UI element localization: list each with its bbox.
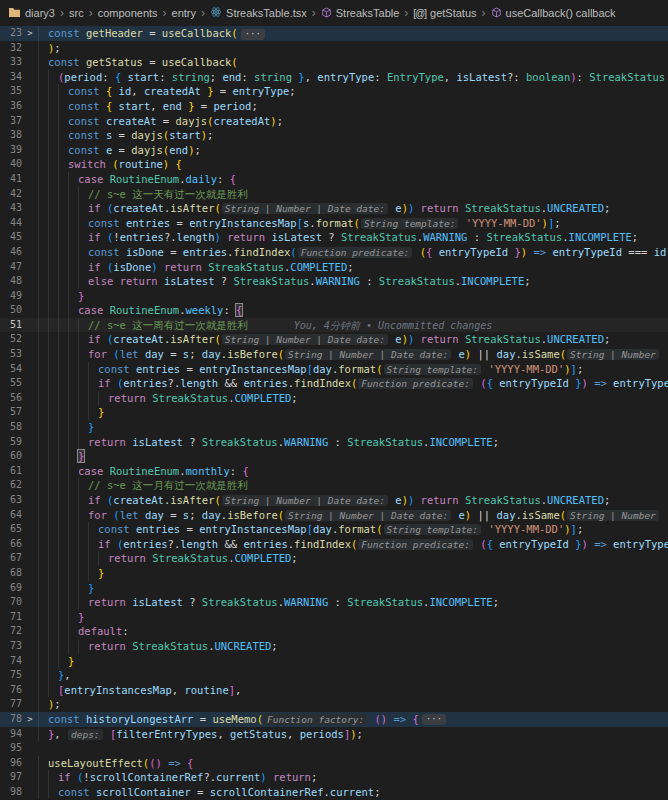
code-line-content[interactable]: // s~e 这一周有过一次就是胜利You, 4分钟前 • Uncommitte… (38, 318, 668, 333)
code-line[interactable]: 52if (createAt.isAfter(String | Number |… (0, 332, 668, 347)
folded-code-ellipsis[interactable]: ··· (422, 714, 446, 725)
breadcrumb-item-streakstable[interactable]: StreaksTable (321, 7, 400, 20)
line-number[interactable]: 66 (0, 537, 22, 552)
code-line[interactable]: 44const entries = entryInstancesMap[s.fo… (0, 216, 668, 231)
code-line-content[interactable] (38, 741, 668, 756)
line-number[interactable]: 70 (0, 595, 22, 610)
code-line[interactable]: 58} (0, 420, 668, 435)
code-line-content[interactable]: useLayoutEffect(() => { (38, 756, 668, 771)
code-line-content[interactable]: switch (routine) { (38, 157, 668, 172)
code-line-content[interactable]: const getHeader = useCallback(··· (38, 26, 668, 41)
code-line-content[interactable]: return StreakStatus.UNCREATED; (38, 639, 668, 654)
code-line[interactable]: 68} (0, 566, 668, 581)
line-number[interactable]: 59 (0, 435, 22, 450)
code-line[interactable]: 37const createAt = dayjs(createdAt); (0, 114, 668, 129)
code-line-content[interactable]: for (let day = s; day.isBefore(String | … (38, 347, 668, 362)
code-line[interactable]: 53for (let day = s; day.isBefore(String … (0, 347, 668, 362)
code-line-content[interactable]: default: (38, 624, 668, 639)
code-line-content[interactable]: if (createAt.isAfter(String | Number | D… (38, 201, 668, 216)
code-line[interactable]: 35const { id, createdAt } = entryType; (0, 84, 668, 99)
line-number[interactable]: 39 (0, 143, 22, 158)
line-number[interactable]: 40 (0, 157, 22, 172)
line-number[interactable]: 60 (0, 449, 22, 464)
code-line-content[interactable]: [entryInstancesMap, routine], (38, 683, 668, 698)
line-number[interactable]: 67 (0, 551, 22, 566)
code-line-content[interactable]: if (createAt.isAfter(String | Number | D… (38, 493, 668, 508)
code-line[interactable]: 47if (isDone) return StreakStatus.COMPLE… (0, 260, 668, 275)
code-line[interactable]: 95 (0, 741, 668, 756)
code-line-content[interactable]: }, deps: [filterEntryTypes, getStatus, p… (38, 727, 668, 742)
code-line-content[interactable]: const e = dayjs(end); (38, 143, 668, 158)
code-line-content[interactable]: if (!scrollContainerRef?.current) return… (38, 770, 668, 785)
code-line-content[interactable]: case RoutineEnum.monthly: { (38, 464, 668, 479)
code-line[interactable]: 77); (0, 697, 668, 712)
code-line[interactable]: 48else return isLatest ? StreakStatus.WA… (0, 274, 668, 289)
code-line-content[interactable]: // s~e 这一月有过一次就是胜利 (38, 478, 668, 493)
breadcrumb-item-components[interactable]: components (98, 7, 158, 19)
code-line-content[interactable]: case RoutineEnum.daily: { (38, 172, 668, 187)
code-line-content[interactable]: else return isLatest ? StreakStatus.WARN… (38, 274, 668, 289)
line-number[interactable]: 48 (0, 274, 22, 289)
line-number[interactable]: 73 (0, 639, 22, 654)
code-line[interactable]: 65const entries = entryInstancesMap[day.… (0, 522, 668, 537)
code-line[interactable]: 70return isLatest ? StreakStatus.WARNING… (0, 595, 668, 610)
code-line[interactable]: 55if (entries?.length && entries.findInd… (0, 376, 668, 391)
line-number[interactable]: 47 (0, 260, 22, 275)
line-number[interactable]: 95 (0, 741, 22, 756)
code-line[interactable]: 34(period: { start: string; end: string … (0, 70, 668, 85)
code-line[interactable]: 64for (let day = s; day.isBefore(String … (0, 508, 668, 523)
code-line-content[interactable]: }, (38, 668, 668, 683)
line-number[interactable]: 98 (0, 785, 22, 800)
code-line-content[interactable]: return StreakStatus.COMPLETED; (38, 391, 668, 406)
code-line[interactable]: 63if (createAt.isAfter(String | Number |… (0, 493, 668, 508)
code-line[interactable]: 51// s~e 这一周有过一次就是胜利You, 4分钟前 • Uncommit… (0, 318, 668, 333)
code-line[interactable]: 67return StreakStatus.COMPLETED; (0, 551, 668, 566)
line-number[interactable]: 41 (0, 172, 22, 187)
line-number[interactable]: 46 (0, 245, 22, 260)
line-number[interactable]: 69 (0, 581, 22, 596)
line-number[interactable]: 58 (0, 420, 22, 435)
code-line-content[interactable]: if (isDone) return StreakStatus.COMPLETE… (38, 260, 668, 275)
breadcrumb-item-diary3[interactable]: diary3 (8, 7, 55, 20)
line-number[interactable]: 55 (0, 376, 22, 391)
code-line[interactable]: 97if (!scrollContainerRef?.current) retu… (0, 770, 668, 785)
line-number[interactable]: 35 (0, 84, 22, 99)
code-line[interactable]: 56return StreakStatus.COMPLETED; (0, 391, 668, 406)
line-number[interactable]: 50 (0, 303, 22, 318)
code-line-content[interactable]: const entries = entryInstancesMap[day.fo… (38, 522, 668, 537)
line-number[interactable]: 97 (0, 770, 22, 785)
code-line[interactable]: 75}, (0, 668, 668, 683)
code-line[interactable]: 96useLayoutEffect(() => { (0, 756, 668, 771)
line-number[interactable]: 68 (0, 566, 22, 581)
code-line[interactable]: 45if (!entries?.length) return isLatest … (0, 230, 668, 245)
code-line[interactable]: 76[entryInstancesMap, routine], (0, 683, 668, 698)
code-line-content[interactable]: const getStatus = useCallback( (38, 55, 668, 70)
code-line-content[interactable]: if (createAt.isAfter(String | Number | D… (38, 332, 668, 347)
line-number[interactable]: 94 (0, 727, 22, 742)
fold-chevron-icon[interactable]: > (22, 26, 38, 41)
code-line-content[interactable]: ); (38, 41, 668, 56)
line-number[interactable]: 36 (0, 99, 22, 114)
code-line[interactable]: 23>const getHeader = useCallback(··· (0, 26, 668, 41)
line-number[interactable]: 75 (0, 668, 22, 683)
line-number[interactable]: 33 (0, 55, 22, 70)
line-number[interactable]: 76 (0, 683, 22, 698)
code-line-content[interactable]: const entries = entryInstancesMap[day.fo… (38, 362, 668, 377)
code-line-content[interactable]: const { start, end } = period; (38, 99, 668, 114)
line-number[interactable]: 56 (0, 391, 22, 406)
code-line-content[interactable]: const s = dayjs(start); (38, 128, 668, 143)
line-number[interactable]: 32 (0, 41, 22, 56)
line-number[interactable]: 74 (0, 654, 22, 669)
line-number[interactable]: 71 (0, 610, 22, 625)
line-number[interactable]: 42 (0, 187, 22, 202)
code-line-content[interactable]: for (let day = s; day.isBefore(String | … (38, 508, 668, 523)
code-line-content[interactable]: } (38, 566, 668, 581)
code-line[interactable]: 66if (entries?.length && entries.findInd… (0, 537, 668, 552)
code-line[interactable]: 72default: (0, 624, 668, 639)
code-line[interactable]: 39const e = dayjs(end); (0, 143, 668, 158)
code-line-content[interactable]: } (38, 654, 668, 669)
code-line-content[interactable]: } (38, 405, 668, 420)
code-line-content[interactable]: const scrollContainer = scrollContainerR… (38, 785, 668, 800)
code-line-content[interactable]: ); (38, 697, 668, 712)
line-number[interactable]: 78 (0, 712, 22, 727)
